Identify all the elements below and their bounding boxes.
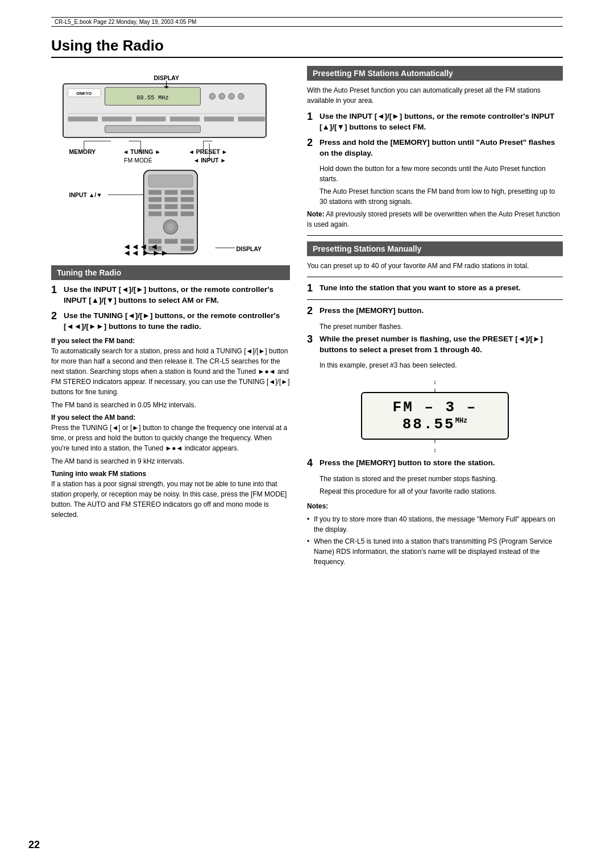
preset-fm-step1: 1 Use the INPUT [◄]/[►] buttons, or the … — [307, 111, 563, 133]
note-label: Note: — [307, 210, 325, 218]
section2-intro: You can preset up to 40 of your favorite… — [307, 261, 563, 271]
preset-step1-text: Use the INPUT [◄]/[►] buttons, or the re… — [320, 111, 563, 133]
main-columns: ONKYO 88.55 MHz — [51, 66, 563, 569]
am-band-label: If you select the AM band: — [51, 414, 290, 422]
preset-step1-num: 1 — [307, 111, 316, 123]
svg-rect-16 — [105, 126, 201, 133]
preset-step2-num: 2 — [307, 137, 316, 149]
svg-rect-13 — [170, 116, 200, 121]
tuning-step1: 1 Use the INPUT [◄]/[►] buttons, or the … — [51, 285, 290, 306]
svg-rect-40 — [148, 205, 161, 209]
preset-manual-heading: Presetting Stations Manually — [307, 241, 563, 256]
svg-point-8 — [238, 93, 244, 99]
svg-text:MEMORY: MEMORY — [69, 148, 96, 155]
note-item-1: If you try to store more than 40 station… — [307, 514, 563, 535]
fm-band-text2: The FM band is searched in 0.05 MHz inte… — [51, 400, 290, 410]
am-band-text2: The AM band is searched in 9 kHz interva… — [51, 456, 290, 466]
svg-rect-33 — [148, 175, 193, 187]
manual-step2-num: 2 — [307, 306, 316, 317]
fm-display-mhz: MHz — [455, 417, 468, 425]
svg-rect-41 — [165, 205, 178, 209]
svg-rect-35 — [165, 190, 178, 194]
manual-step2-text: Press the [MEMORY] button. — [320, 306, 563, 316]
svg-point-47 — [167, 223, 175, 231]
note-text: All previously stored presets will be ov… — [307, 210, 560, 228]
svg-point-7 — [229, 93, 235, 99]
device-diagram: ONKYO 88.55 MHz — [51, 66, 290, 258]
diagram-svg: ONKYO 88.55 MHz — [51, 66, 290, 257]
svg-point-5 — [209, 93, 215, 99]
preset-fm-heading: Presetting FM Stations Automatically — [307, 66, 563, 81]
section1-intro: With the Auto Preset function you can au… — [307, 85, 563, 106]
fm-display-box: FM – 3 – 88.55MHz — [361, 392, 509, 440]
svg-rect-10 — [68, 116, 97, 121]
right-column: Presetting FM Stations Automatically Wit… — [307, 66, 563, 569]
preset-step2-body2: The Auto Preset function scans the FM ba… — [320, 186, 563, 207]
manual-step3-body: In this example, preset #3 has been sele… — [320, 360, 563, 370]
manual-step2-body: The preset number flashes. — [320, 322, 563, 332]
svg-rect-37 — [148, 197, 161, 202]
svg-rect-44 — [165, 211, 178, 216]
manual-step2: 2 Press the [MEMORY] button. — [307, 306, 563, 317]
svg-text:DISPLAY: DISPLAY — [154, 74, 179, 81]
svg-rect-45 — [181, 211, 194, 216]
weak-fm-label: Tuning into weak FM stations — [51, 470, 290, 478]
tuning-step2: 2 Use the TUNING [◄]/[►] buttons, or the… — [51, 311, 290, 332]
svg-rect-50 — [181, 239, 194, 244]
step1-text: Use the INPUT [◄]/[►] buttons, or the re… — [64, 285, 290, 306]
preset-step2-body1: Hold down the button for a few more seco… — [320, 164, 563, 184]
manual-step4-body2: Repeat this procedure for all of your fa… — [320, 486, 563, 496]
header-bar: CR-L5_E.book Page 22 Monday, May 19, 200… — [51, 17, 563, 27]
notes-label: Notes: — [307, 501, 563, 511]
manual-step3-num: 3 — [307, 334, 316, 345]
step2-num: 2 — [51, 311, 60, 322]
fm-display-container: ↕ FM – 3 – 88.55MHz ↕ — [307, 378, 563, 453]
svg-rect-52 — [181, 246, 194, 251]
manual-step4-body1: The station is stored and the preset num… — [320, 474, 563, 484]
svg-rect-42 — [181, 205, 194, 209]
manual-step3-text: While the preset number is flashing, use… — [320, 334, 563, 356]
manual-step1-text: Tune into the station that you want to s… — [320, 283, 563, 294]
manual-step4-text: Press the [MEMORY] button to store the s… — [320, 458, 563, 469]
svg-rect-15 — [238, 116, 265, 121]
svg-rect-39 — [181, 197, 194, 202]
manual-step1: 1 Tune into the station that you want to… — [307, 283, 563, 294]
page-wrapper: CR-L5_E.book Page 22 Monday, May 19, 200… — [0, 0, 614, 868]
separator1 — [307, 235, 563, 236]
svg-rect-12 — [136, 116, 166, 121]
svg-rect-14 — [204, 116, 234, 121]
svg-text:◄ INPUT ►: ◄ INPUT ► — [193, 157, 226, 164]
manual-step3: 3 While the preset number is flashing, u… — [307, 334, 563, 356]
am-band-text1: Press the TUNING [◄] or [►] button to ch… — [51, 423, 290, 453]
svg-text:FM MODE: FM MODE — [124, 157, 152, 164]
separator2 — [307, 277, 563, 277]
header-text: CR-L5_E.book Page 22 Monday, May 19, 200… — [55, 19, 196, 25]
fm-band-label: If you select the FM band: — [51, 337, 290, 345]
svg-text:ONKYO: ONKYO — [76, 91, 92, 96]
svg-text:◄ PRESET ►: ◄ PRESET ► — [189, 148, 228, 155]
svg-text:INPUT ▲/▼: INPUT ▲/▼ — [69, 191, 102, 198]
section1-note: Note: All previously stored presets will… — [307, 209, 563, 229]
weak-fm-text: If a station has a poor signal strength,… — [51, 479, 290, 520]
svg-rect-11 — [102, 116, 132, 121]
svg-rect-43 — [148, 211, 161, 216]
notes-list: If you try to store more than 40 station… — [307, 514, 563, 567]
page-number: 22 — [28, 839, 40, 851]
separator3 — [307, 299, 563, 300]
svg-text:88.55 MHz: 88.55 MHz — [136, 94, 169, 101]
svg-rect-49 — [165, 239, 178, 244]
svg-text:DISPLAY: DISPLAY — [237, 245, 262, 252]
fm-display-text: FM – 3 – 88.55 — [393, 399, 478, 433]
svg-text:◄◄◄  ◄: ◄◄◄ ◄ — [123, 242, 158, 251]
tuning-radio-heading: Tuning the Radio — [51, 265, 290, 280]
svg-rect-36 — [181, 190, 194, 194]
step1-num: 1 — [51, 285, 60, 296]
display-bottom-arrow: ↕ — [307, 446, 563, 453]
svg-text:◄ TUNING ►: ◄ TUNING ► — [123, 148, 161, 155]
svg-rect-34 — [148, 190, 161, 194]
display-top-arrow: ↕ — [307, 378, 563, 385]
manual-step1-num: 1 — [307, 283, 316, 294]
preset-fm-step2: 2 Press and hold the [MEMORY] button unt… — [307, 137, 563, 159]
left-column: ONKYO 88.55 MHz — [51, 66, 290, 569]
step2-text: Use the TUNING [◄]/[►] buttons, or the r… — [64, 311, 290, 332]
